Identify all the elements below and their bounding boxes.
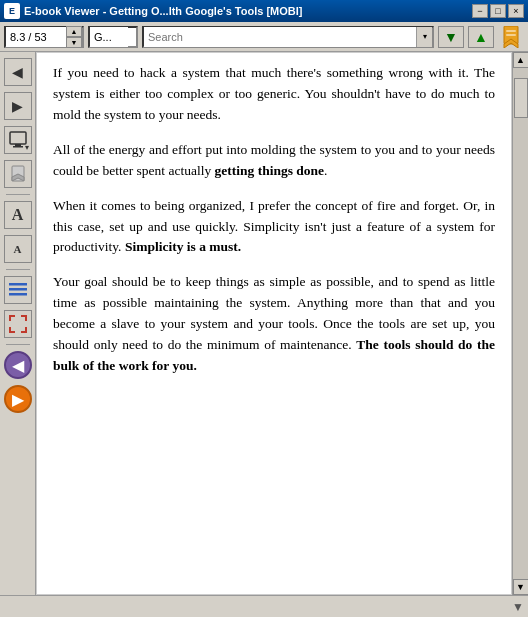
sidebar-divider-2 — [6, 269, 30, 270]
main-area: ◀ ▶ A A — [0, 52, 528, 595]
left-sidebar: ◀ ▶ A A — [0, 52, 36, 595]
sidebar-divider-3 — [6, 344, 30, 345]
svg-rect-11 — [9, 293, 27, 296]
next-icon: ▶ — [12, 390, 24, 409]
font-decrease-button[interactable]: A — [4, 235, 32, 263]
bold-text-2: Simplicity is a must. — [125, 239, 241, 254]
svg-rect-9 — [9, 283, 27, 286]
svg-rect-6 — [13, 146, 23, 148]
toolbar: ▲ ▼ ▾ ▼ ▲ — [0, 22, 528, 52]
paragraph-1: If you need to hack a system that much t… — [53, 63, 495, 126]
font-increase-button[interactable]: A — [4, 201, 32, 229]
monitor-icon — [9, 131, 27, 149]
next-page-button[interactable]: ▶ — [4, 385, 32, 413]
scroll-down-button[interactable]: ▼ — [513, 579, 529, 595]
sidebar-divider-1 — [6, 194, 30, 195]
svg-rect-5 — [15, 144, 21, 146]
paragraph-4: Your goal should be to keep things as si… — [53, 272, 495, 377]
svg-rect-2 — [506, 30, 516, 32]
right-scrollbar: ▲ ▼ — [512, 52, 528, 595]
search-dropdown-arrow[interactable]: ▾ — [416, 27, 432, 47]
location-input[interactable] — [90, 27, 128, 47]
forward-icon: ▶ — [12, 98, 23, 114]
window-controls: − □ × — [472, 4, 524, 18]
page-spin-up[interactable]: ▲ — [66, 26, 82, 37]
paragraph-2: All of the energy and effort put into mo… — [53, 140, 495, 182]
maximize-button[interactable]: □ — [490, 4, 506, 18]
bookmark-sidebar-icon — [9, 165, 27, 183]
reading-content: If you need to hack a system that much t… — [37, 53, 511, 401]
status-expand-button[interactable]: ▼ — [512, 600, 524, 614]
minimize-button[interactable]: − — [472, 4, 488, 18]
app-icon: E — [4, 3, 20, 19]
page-input[interactable] — [6, 27, 66, 47]
back-button[interactable]: ◀ — [4, 58, 32, 86]
svg-rect-4 — [10, 132, 26, 144]
svg-rect-3 — [506, 34, 516, 36]
page-spinner: ▲ ▼ — [66, 26, 82, 48]
font-increase-icon: A — [12, 206, 24, 224]
reading-area: If you need to hack a system that much t… — [36, 52, 512, 595]
bold-text-3: The tools should do the bulk of the work… — [53, 337, 495, 373]
paragraph-3: When it comes to being organized, I pref… — [53, 196, 495, 259]
scroll-thumb[interactable] — [514, 78, 528, 118]
search-next-button[interactable]: ▼ — [438, 26, 464, 48]
location-input-wrap — [88, 26, 138, 48]
scroll-up-button[interactable]: ▲ — [513, 52, 529, 68]
prev-icon: ◀ — [12, 356, 24, 375]
scroll-track[interactable] — [513, 68, 529, 579]
prev-page-button[interactable]: ◀ — [4, 351, 32, 379]
expand-icon — [9, 315, 27, 333]
search-wrap: ▾ — [142, 26, 434, 48]
back-icon: ◀ — [12, 64, 23, 80]
expand-button[interactable] — [4, 310, 32, 338]
window-title: E-book Viewer - Getting O...lth Google's… — [24, 5, 468, 17]
title-bar: E E-book Viewer - Getting O...lth Google… — [0, 0, 528, 22]
search-prev-button[interactable]: ▲ — [468, 26, 494, 48]
search-input[interactable] — [144, 27, 416, 47]
bold-text-1: getting things done — [215, 163, 325, 178]
close-button[interactable]: × — [508, 4, 524, 18]
font-decrease-icon: A — [14, 243, 22, 255]
list-icon — [9, 283, 27, 297]
page-input-wrap: ▲ ▼ — [4, 26, 84, 48]
bookmark-button[interactable] — [498, 26, 524, 48]
page-spin-down[interactable]: ▼ — [66, 37, 82, 48]
list-button[interactable] — [4, 276, 32, 304]
view-button[interactable] — [4, 126, 32, 154]
status-bar: ▼ — [0, 595, 528, 617]
toc-button[interactable] — [4, 160, 32, 188]
forward-button[interactable]: ▶ — [4, 92, 32, 120]
svg-rect-10 — [9, 288, 27, 291]
